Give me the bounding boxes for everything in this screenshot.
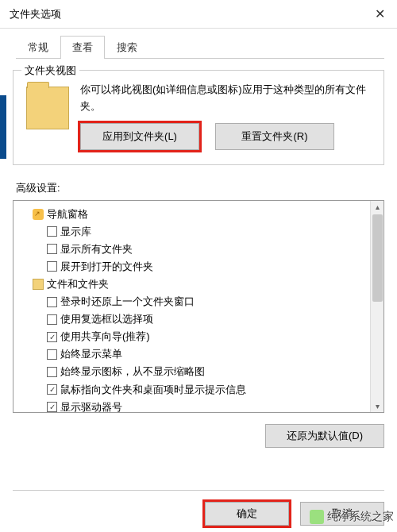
checkbox-unchecked[interactable] [47, 244, 57, 254]
checkbox-checked[interactable]: ✓ [47, 332, 57, 342]
apply-to-folders-button[interactable]: 应用到文件夹(L) [80, 123, 199, 150]
checkbox-unchecked[interactable] [47, 367, 57, 377]
tree-label: 导航窗格 [47, 206, 88, 223]
tree-item[interactable]: 使用复选框以选择项 [20, 310, 379, 328]
tree-label: 文件和文件夹 [47, 276, 109, 293]
nav-pane-icon [33, 209, 44, 220]
tab-search[interactable]: 搜索 [105, 36, 149, 59]
tab-general[interactable]: 常规 [16, 36, 60, 59]
watermark-icon [310, 510, 324, 524]
reset-folders-button[interactable]: 重置文件夹(R) [215, 123, 334, 150]
tree-item[interactable]: 始终显示图标，从不显示缩略图 [20, 363, 379, 380]
watermark: 纯净系统之家 [310, 510, 394, 524]
advanced-settings-tree[interactable]: 导航窗格 显示库 显示所有文件夹 展开到打开的文件夹 文件和文件夹 [13, 200, 384, 413]
tree-item[interactable]: ✓ 显示驱动器号 [20, 399, 379, 412]
scrollbar[interactable] [370, 201, 384, 412]
tree-item[interactable]: ✓ 使用共享向导(推荐) [20, 328, 379, 345]
tab-bar: 常规 查看 搜索 [16, 35, 384, 59]
tree-item[interactable]: 始终显示菜单 [20, 345, 379, 363]
tree-label: 鼠标指向文件夹和桌面项时显示提示信息 [60, 381, 246, 399]
checkbox-unchecked[interactable] [47, 297, 57, 307]
tree-label: 使用共享向导(推荐) [60, 328, 150, 345]
dialog-window: 文件夹选项 ✕ 常规 查看 搜索 文件夹视图 你可以将此视图(如详细信息或图标)… [0, 0, 397, 532]
tree-item[interactable]: ✓ 鼠标指向文件夹和桌面项时显示提示信息 [20, 381, 379, 399]
folder-view-description: 你可以将此视图(如详细信息或图标)应用于这种类型的所有文件夹。 [80, 82, 372, 115]
tree-label: 登录时还原上一个文件夹窗口 [60, 293, 195, 310]
titlebar: 文件夹选项 ✕ [0, 0, 397, 29]
tab-view[interactable]: 查看 [60, 36, 105, 59]
tree-label: 显示驱动器号 [60, 399, 122, 412]
ok-button[interactable]: 确定 [205, 502, 289, 526]
tree-label: 显示库 [60, 223, 91, 241]
tree-label: 显示所有文件夹 [60, 241, 133, 258]
folder-view-group: 文件夹视图 你可以将此视图(如详细信息或图标)应用于这种类型的所有文件夹。 应用… [13, 70, 384, 165]
advanced-settings-label: 高级设置: [16, 181, 384, 195]
watermark-text: 纯净系统之家 [327, 510, 394, 524]
close-button[interactable]: ✕ [362, 0, 397, 29]
dialog-body: 常规 查看 搜索 文件夹视图 你可以将此视图(如详细信息或图标)应用于这种类型的… [0, 29, 397, 448]
window-title: 文件夹选项 [10, 7, 61, 21]
checkbox-unchecked[interactable] [47, 226, 57, 237]
tree-item[interactable]: 显示所有文件夹 [20, 241, 379, 258]
tree-node-files[interactable]: 文件和文件夹 [20, 276, 379, 293]
checkbox-checked[interactable]: ✓ [47, 384, 57, 395]
tree-label: 使用复选框以选择项 [60, 310, 153, 328]
folder-icon [26, 87, 69, 129]
tree-item[interactable]: 显示库 [20, 223, 379, 241]
checkbox-unchecked[interactable] [47, 261, 57, 272]
scrollbar-thumb[interactable] [372, 214, 383, 302]
folder-node-icon [33, 279, 44, 290]
tree-label: 展开到打开的文件夹 [60, 258, 153, 276]
checkbox-unchecked[interactable] [47, 349, 57, 360]
restore-defaults-button[interactable]: 还原为默认值(D) [265, 424, 384, 448]
tree-item[interactable]: 登录时还原上一个文件夹窗口 [20, 293, 379, 310]
tree-content: 导航窗格 显示库 显示所有文件夹 展开到打开的文件夹 文件和文件夹 [13, 201, 384, 412]
checkbox-checked[interactable]: ✓ [47, 402, 57, 411]
tree-node-nav[interactable]: 导航窗格 [20, 206, 379, 223]
tree-label: 始终显示图标，从不显示缩略图 [60, 363, 205, 380]
tree-label: 始终显示菜单 [60, 345, 122, 363]
checkbox-unchecked[interactable] [47, 314, 57, 325]
folder-view-group-label: 文件夹视图 [21, 64, 79, 78]
tree-item[interactable]: 展开到打开的文件夹 [20, 258, 379, 276]
